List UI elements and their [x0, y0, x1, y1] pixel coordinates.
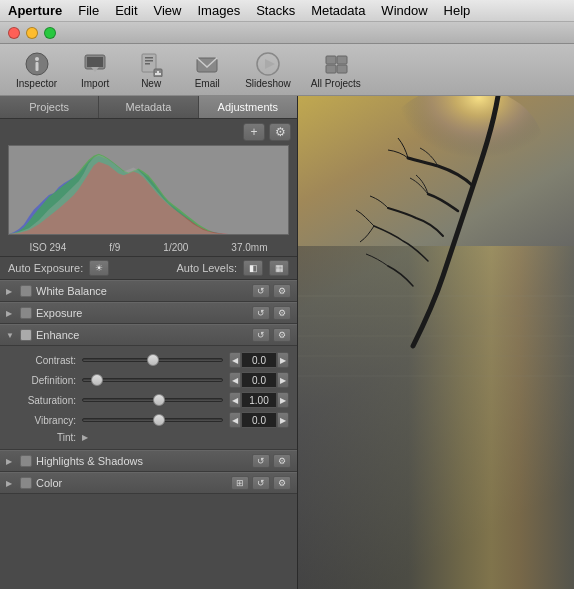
- enhance-sliders: Contrast: ◀ 0.0 ▶ Definition:: [0, 346, 297, 450]
- menu-window[interactable]: Window: [381, 3, 427, 18]
- white-balance-header[interactable]: ▶ White Balance ↺ ⚙: [0, 280, 297, 302]
- saturation-thumb[interactable]: [153, 394, 165, 406]
- enhance-actions: ↺ ⚙: [252, 328, 291, 342]
- menu-file[interactable]: File: [78, 3, 99, 18]
- highlights-shadows-reset[interactable]: ↺: [252, 454, 270, 468]
- menu-metadata[interactable]: Metadata: [311, 3, 365, 18]
- definition-thumb[interactable]: [91, 374, 103, 386]
- close-button[interactable]: [8, 27, 20, 39]
- vibrancy-value: 0.0: [242, 412, 276, 428]
- vibrancy-row: Vibrancy: ◀ 0.0 ▶: [8, 410, 289, 430]
- menubar: Aperture File Edit View Images Stacks Me…: [0, 0, 574, 22]
- import-icon: [81, 51, 109, 77]
- enhance-reset[interactable]: ↺: [252, 328, 270, 342]
- highlights-shadows-checkbox[interactable]: [20, 455, 32, 467]
- menu-help[interactable]: Help: [444, 3, 471, 18]
- menu-images[interactable]: Images: [198, 3, 241, 18]
- main-layout: Projects Metadata Adjustments + ⚙: [0, 96, 574, 589]
- tint-chevron[interactable]: ▶: [82, 433, 88, 442]
- white-balance-reset[interactable]: ↺: [252, 284, 270, 298]
- photo-display: [298, 96, 574, 589]
- slideshow-icon: [254, 51, 282, 77]
- slideshow-button[interactable]: Slideshow: [237, 48, 299, 92]
- svg-rect-17: [326, 65, 336, 73]
- color-gear[interactable]: ⚙: [273, 476, 291, 490]
- highlights-shadows-chevron: ▶: [6, 457, 16, 466]
- highlights-shadows-gear[interactable]: ⚙: [273, 454, 291, 468]
- saturation-track[interactable]: [82, 398, 223, 402]
- vibrancy-decrement[interactable]: ◀: [229, 412, 241, 428]
- color-reset[interactable]: ↺: [252, 476, 270, 490]
- add-adjustment-button[interactable]: +: [243, 123, 265, 141]
- tab-adjustments[interactable]: Adjustments: [199, 96, 297, 118]
- all-projects-button[interactable]: All Projects: [303, 48, 369, 92]
- toolbar: Inspector Import New: [0, 44, 574, 96]
- inspector-label: Inspector: [16, 78, 57, 89]
- definition-row: Definition: ◀ 0.0 ▶: [8, 370, 289, 390]
- auto-exposure-button[interactable]: ☀: [89, 260, 109, 276]
- tab-projects[interactable]: Projects: [0, 96, 99, 118]
- vibrancy-thumb[interactable]: [153, 414, 165, 426]
- all-projects-label: All Projects: [311, 78, 361, 89]
- email-button[interactable]: Email: [181, 48, 233, 92]
- email-label: Email: [195, 78, 220, 89]
- left-panel: Projects Metadata Adjustments + ⚙: [0, 96, 298, 589]
- inspector-button[interactable]: Inspector: [8, 48, 65, 92]
- gear-button[interactable]: ⚙: [269, 123, 291, 141]
- svg-rect-18: [337, 56, 347, 64]
- enhance-checkbox[interactable]: [20, 329, 32, 341]
- exposure-gear[interactable]: ⚙: [273, 306, 291, 320]
- color-label: Color: [36, 477, 227, 489]
- white-balance-gear[interactable]: ⚙: [273, 284, 291, 298]
- contrast-thumb[interactable]: [147, 354, 159, 366]
- color-header[interactable]: ▶ Color ⊞ ↺ ⚙: [0, 472, 297, 494]
- zoom-button[interactable]: [44, 27, 56, 39]
- enhance-gear[interactable]: ⚙: [273, 328, 291, 342]
- svg-marker-15: [265, 59, 275, 69]
- all-projects-icon: [322, 51, 350, 77]
- import-label: Import: [81, 78, 109, 89]
- vibrancy-increment[interactable]: ▶: [277, 412, 289, 428]
- color-chevron: ▶: [6, 479, 16, 488]
- saturation-value: 1.00: [242, 392, 276, 408]
- highlights-shadows-label: Highlights & Shadows: [36, 455, 248, 467]
- color-grid[interactable]: ⊞: [231, 476, 249, 490]
- highlights-shadows-header[interactable]: ▶ Highlights & Shadows ↺ ⚙: [0, 450, 297, 472]
- contrast-decrement[interactable]: ◀: [229, 352, 241, 368]
- new-button[interactable]: New: [125, 48, 177, 92]
- inspector-icon: [23, 51, 51, 77]
- definition-decrement[interactable]: ◀: [229, 372, 241, 388]
- contrast-increment[interactable]: ▶: [277, 352, 289, 368]
- tab-metadata[interactable]: Metadata: [99, 96, 198, 118]
- menu-edit[interactable]: Edit: [115, 3, 137, 18]
- svg-rect-19: [337, 65, 347, 73]
- menu-stacks[interactable]: Stacks: [256, 3, 295, 18]
- exposure-checkbox[interactable]: [20, 307, 32, 319]
- new-icon: [137, 51, 165, 77]
- saturation-increment[interactable]: ▶: [277, 392, 289, 408]
- definition-increment[interactable]: ▶: [277, 372, 289, 388]
- auto-levels-color-button[interactable]: ▦: [269, 260, 289, 276]
- definition-track[interactable]: [82, 378, 223, 382]
- auto-levels-bw-button[interactable]: ◧: [243, 260, 263, 276]
- contrast-track[interactable]: [82, 358, 223, 362]
- app-name[interactable]: Aperture: [8, 3, 62, 18]
- panel-toolbar: + ⚙: [0, 119, 297, 145]
- minimize-button[interactable]: [26, 27, 38, 39]
- saturation-decrement[interactable]: ◀: [229, 392, 241, 408]
- menu-view[interactable]: View: [154, 3, 182, 18]
- color-checkbox[interactable]: [20, 477, 32, 489]
- auto-exposure-row: Auto Exposure: ☀ Auto Levels: ◧ ▦: [0, 257, 297, 280]
- tint-row: Tint: ▶: [8, 430, 289, 445]
- svg-rect-12: [155, 73, 161, 75]
- shutter-value: 1/200: [163, 242, 188, 253]
- exposure-reset[interactable]: ↺: [252, 306, 270, 320]
- import-button[interactable]: Import: [69, 48, 121, 92]
- enhance-header[interactable]: ▼ Enhance ↺ ⚙: [0, 324, 297, 346]
- white-balance-checkbox[interactable]: [20, 285, 32, 297]
- vibrancy-track[interactable]: [82, 418, 223, 422]
- svg-rect-8: [145, 60, 153, 62]
- exposure-header[interactable]: ▶ Exposure ↺ ⚙: [0, 302, 297, 324]
- svg-rect-7: [145, 57, 153, 59]
- white-balance-chevron: ▶: [6, 287, 16, 296]
